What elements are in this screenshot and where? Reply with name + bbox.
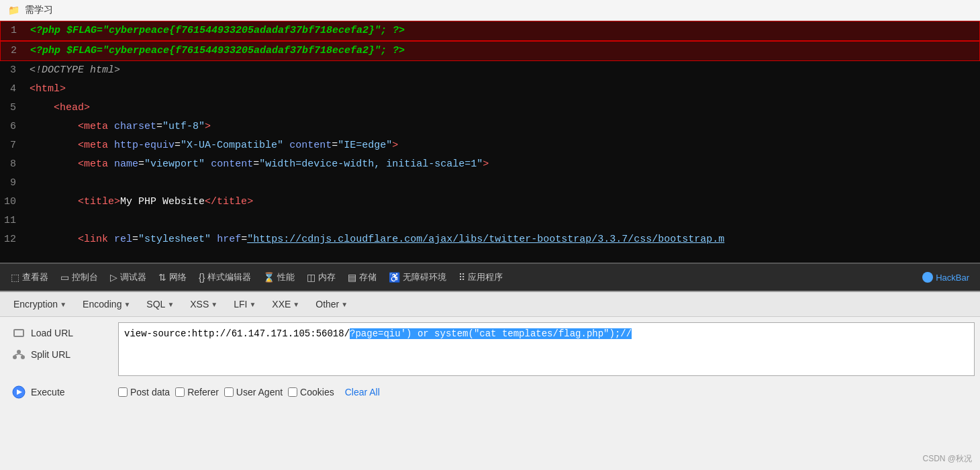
lfi-dropdown-arrow: ▼ xyxy=(249,301,256,308)
folder-icon: 📁 xyxy=(8,5,19,16)
title-bar: 📁 需学习 xyxy=(0,0,980,21)
menu-lfi[interactable]: LFI ▼ xyxy=(228,296,261,312)
devtools-btn-performance[interactable]: ⌛ 性能 xyxy=(258,269,300,286)
line-content: <html> xyxy=(27,80,980,99)
code-line-2: 2<?php $FLAG="cyberpeace{f761544933205ad… xyxy=(0,41,980,61)
clear-all-link[interactable]: Clear All xyxy=(345,387,380,397)
apps-icon: ⠿ xyxy=(458,272,465,283)
line-content: <!DOCTYPE html> xyxy=(27,61,980,80)
encryption-dropdown-arrow: ▼ xyxy=(60,301,66,308)
svg-rect-1 xyxy=(15,330,23,336)
devtools-btn-console[interactable]: ▭ 控制台 xyxy=(55,269,103,286)
line-number: 9 xyxy=(0,174,27,193)
line-number: 3 xyxy=(0,61,27,80)
devtools-toolbar: ⬚ 查看器 ▭ 控制台 ▷ 调试器 ⇅ 网络 {} 样式编辑器 ⌛ 性能 ◫ 内… xyxy=(0,263,980,291)
line-content: <meta name="viewport" content="width=dev… xyxy=(27,155,980,174)
watermark: CSDN @秋况 xyxy=(922,453,972,465)
cookies-checkbox-label[interactable]: Cookies xyxy=(288,387,334,397)
hackbar-left-col: Load URL Split URL xyxy=(5,322,113,376)
debugger-icon: ▷ xyxy=(110,272,117,283)
useragent-checkbox-label[interactable]: User Agent xyxy=(224,387,283,397)
style-icon: {} xyxy=(199,272,205,283)
svg-point-3 xyxy=(13,355,17,359)
line-number: 5 xyxy=(0,99,27,117)
line-content: <meta http-equiv="X-UA-Compatible" conte… xyxy=(27,136,980,155)
postdata-checkbox[interactable] xyxy=(118,387,128,397)
hackbar-tab[interactable]: HackBar xyxy=(917,269,975,285)
devtools-btn-memory[interactable]: ◫ 内存 xyxy=(301,269,341,286)
hackbar-dot-icon xyxy=(922,272,933,283)
url-display[interactable]: view-source:http://61.147.171.105:56018/… xyxy=(118,322,975,376)
devtools-btn-storage[interactable]: ▤ 存储 xyxy=(342,269,382,286)
code-line-5: 5 <head> xyxy=(0,99,980,117)
devtools-btn-style[interactable]: {} 样式编辑器 xyxy=(193,269,256,286)
url-normal-part: view-source:http://61.147.171.105:56018/ xyxy=(124,328,350,339)
menu-encoding[interactable]: Encoding ▼ xyxy=(77,296,136,312)
load-url-button[interactable]: Load URL xyxy=(5,322,113,344)
performance-icon: ⌛ xyxy=(263,272,275,283)
load-url-icon xyxy=(12,326,26,340)
code-line-12: 12 <link rel="stylesheet" href="https://… xyxy=(0,230,980,249)
referer-checkbox[interactable] xyxy=(175,387,185,397)
menu-encryption[interactable]: Encryption ▼ xyxy=(8,296,72,312)
code-line-11: 11 xyxy=(0,211,980,230)
line-number: 2 xyxy=(1,42,28,60)
line-number: 4 xyxy=(0,80,27,99)
line-number: 6 xyxy=(0,117,27,136)
code-line-4: 4<html> xyxy=(0,80,980,99)
postdata-checkbox-label[interactable]: Post data xyxy=(118,387,170,397)
svg-point-2 xyxy=(17,350,21,354)
menu-xss[interactable]: XSS ▼ xyxy=(185,296,223,312)
cookies-checkbox[interactable] xyxy=(288,387,297,397)
referer-checkbox-label[interactable]: Referer xyxy=(175,387,219,397)
accessibility-icon: ♿ xyxy=(389,272,400,283)
line-number: 1 xyxy=(1,21,28,40)
code-line-6: 6 <meta charset="utf-8"> xyxy=(0,117,980,136)
svg-line-5 xyxy=(15,354,19,355)
menu-other[interactable]: Other ▼ xyxy=(310,296,353,312)
code-line-7: 7 <meta http-equiv="X-UA-Compatible" con… xyxy=(0,136,980,155)
line-number: 8 xyxy=(0,155,27,174)
encoding-dropdown-arrow: ▼ xyxy=(124,301,130,308)
line-content: <?php $FLAG="cyberpeace{f761544933205ada… xyxy=(28,21,979,40)
menu-sql[interactable]: SQL ▼ xyxy=(141,296,179,312)
devtools-btn-inspector[interactable]: ⬚ 查看器 xyxy=(5,269,54,286)
xss-dropdown-arrow: ▼ xyxy=(211,301,217,308)
line-content: <link rel="stylesheet" href="https://cdn… xyxy=(27,230,980,249)
window-title: 需学习 xyxy=(25,4,53,16)
svg-point-4 xyxy=(21,355,25,359)
devtools-btn-debugger[interactable]: ▷ 调试器 xyxy=(105,269,152,286)
network-icon: ⇅ xyxy=(158,272,166,283)
console-icon: ▭ xyxy=(60,272,69,283)
execute-button[interactable]: Execute xyxy=(5,381,72,403)
devtools-btn-network[interactable]: ⇅ 网络 xyxy=(153,269,192,286)
code-line-3: 3<!DOCTYPE html> xyxy=(0,61,980,80)
line-content: <?php $FLAG="cyberpeace{f761544933205ada… xyxy=(28,42,979,60)
line-content: <head> xyxy=(27,99,980,117)
code-line-8: 8 <meta name="viewport" content="width=d… xyxy=(0,155,980,174)
code-line-9: 9 xyxy=(0,174,980,193)
xxe-dropdown-arrow: ▼ xyxy=(293,301,299,308)
devtools-btn-apps[interactable]: ⠿ 应用程序 xyxy=(453,269,508,286)
line-number: 12 xyxy=(0,230,27,249)
line-content: <meta charset="utf-8"> xyxy=(27,117,980,136)
url-selected-part: ?page=qiu') or system("cat templates/fla… xyxy=(350,328,632,339)
sql-dropdown-arrow: ▼ xyxy=(167,301,174,308)
hackbar-panel: Encryption ▼ Encoding ▼ SQL ▼ XSS ▼ LFI … xyxy=(0,291,980,408)
line-content: <title>My PHP Website</title> xyxy=(27,193,980,211)
code-line-1: 1<?php $FLAG="cyberpeace{f761544933205ad… xyxy=(0,21,980,41)
memory-icon: ◫ xyxy=(307,272,315,283)
inspector-icon: ⬚ xyxy=(11,272,19,283)
split-url-button[interactable]: Split URL xyxy=(5,344,113,365)
line-number: 10 xyxy=(0,193,27,211)
hackbar-url-area: Load URL Split URL view-source:http://61… xyxy=(0,317,980,379)
hackbar-menu-row: Encryption ▼ Encoding ▼ SQL ▼ XSS ▼ LFI … xyxy=(0,292,980,317)
other-dropdown-arrow: ▼ xyxy=(341,301,348,308)
code-editor: 1<?php $FLAG="cyberpeace{f761544933205ad… xyxy=(0,21,980,263)
useragent-checkbox[interactable] xyxy=(224,387,234,397)
line-number: 11 xyxy=(0,211,27,230)
split-url-icon xyxy=(12,348,26,361)
devtools-btn-accessibility[interactable]: ♿ 无障碍环境 xyxy=(383,269,452,286)
menu-xxe[interactable]: XXE ▼ xyxy=(266,296,305,312)
url-input-wrapper: view-source:http://61.147.171.105:56018/… xyxy=(118,322,975,376)
